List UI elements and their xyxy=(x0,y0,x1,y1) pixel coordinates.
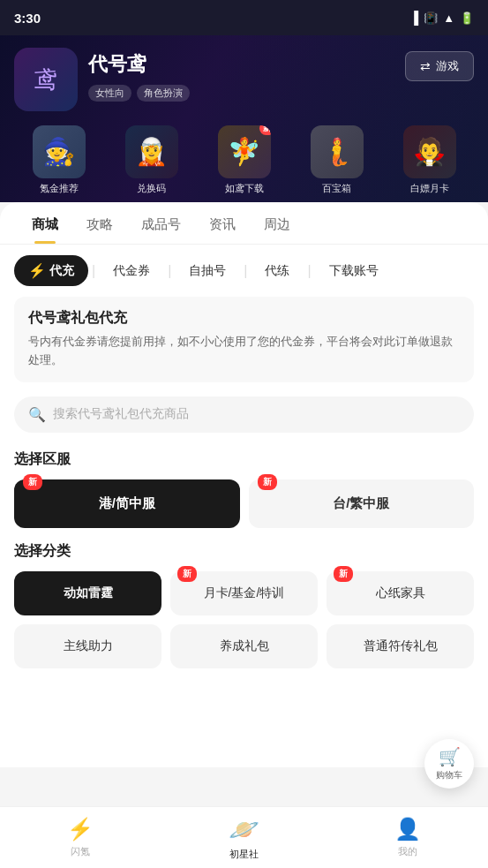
divider-4: | xyxy=(304,263,314,279)
nav-item-planet[interactable]: 🪐 初星社 xyxy=(211,808,277,868)
game-tags: 女性向 角色扮演 xyxy=(88,85,394,102)
nav-label-planet: 初星社 xyxy=(229,848,259,861)
main-content: 商城 攻略 成品号 资讯 周边 ⚡ 代充 | 代金券 | 自抽号 | 代练 | … xyxy=(0,202,488,767)
tag-genre: 女性向 xyxy=(88,85,131,102)
category-btn-mainline[interactable]: 主线助力 xyxy=(14,624,161,668)
cart-icon: 🛒 xyxy=(439,746,461,767)
server-btn-tw[interactable]: 新 台/繁中服 xyxy=(249,479,475,528)
server-grid: 新 港/简中服 新 台/繁中服 xyxy=(14,479,474,528)
char-avatar-0: 🧙 xyxy=(33,125,86,178)
category-btn-grow[interactable]: 养成礼包 xyxy=(170,624,318,668)
tab-merch[interactable]: 周边 xyxy=(250,202,304,244)
profile-icon: 👤 xyxy=(394,817,421,842)
status-icons: ▐ 📳 ▲ 🔋 xyxy=(409,11,474,25)
bottom-nav: ⚡ 闪氪 🪐 初星社 👤 我的 xyxy=(0,806,488,868)
category-section-title: 选择分类 xyxy=(14,542,474,561)
category-btn-thunder[interactable]: 动如雷霆 xyxy=(14,571,161,615)
category-grid: 动如雷霆 新 月卡/基金/特训 新 心纸家具 主线助力 养成礼包 普通符传礼包 xyxy=(14,571,474,668)
planet-icon: 🪐 xyxy=(229,815,259,844)
category-new-badge-monthly: 新 xyxy=(177,566,197,582)
search-placeholder-text: 搜索代号鸢礼包代充商品 xyxy=(53,406,189,422)
char-badge-2: 新 xyxy=(259,125,271,135)
wifi-icon: ▲ xyxy=(443,11,454,25)
category-section: 选择分类 动如雷霆 新 月卡/基金/特训 新 心纸家具 主线助力 养成礼包 普通… xyxy=(0,542,488,683)
hero-characters: 🧙 氪金推荐 🧝 兑换码 🧚 新 如鸢下载 🧜 百宝箱 xyxy=(14,111,474,202)
search-icon: 🔍 xyxy=(28,406,46,423)
category-new-badge-furniture: 新 xyxy=(334,566,353,582)
char-item-3[interactable]: 🧜 百宝箱 xyxy=(311,125,364,195)
char-item-4[interactable]: 🧛 白嫖月卡 xyxy=(403,125,456,195)
lightning-icon: ⚡ xyxy=(28,262,46,279)
server-section: 选择区服 新 港/简中服 新 台/繁中服 xyxy=(0,450,488,542)
char-avatar-3: 🧜 xyxy=(311,125,364,178)
game-title: 代号鸢 xyxy=(88,51,394,78)
search-bar[interactable]: 🔍 搜索代号鸢礼包代充商品 xyxy=(14,396,474,433)
nav-label-profile: 我的 xyxy=(398,845,417,858)
char-label-1: 兑换码 xyxy=(137,182,166,195)
tag-type: 角色扮演 xyxy=(137,85,190,102)
server-new-badge-tw: 新 xyxy=(258,474,277,490)
subtab-lottery[interactable]: 自抽号 xyxy=(175,256,240,286)
nav-label-flash: 闪氪 xyxy=(71,845,90,858)
info-box-title: 代号鸢礼包代充 xyxy=(28,309,460,328)
char-avatar-2: 🧚 新 xyxy=(218,125,271,178)
category-btn-furniture[interactable]: 新 心纸家具 xyxy=(327,571,474,615)
char-label-3: 百宝箱 xyxy=(322,182,351,195)
info-box-text: 号内有代金券请您提前用掉，如不小心使用了您的代金券，平台将会对此订单做退款处理。 xyxy=(28,333,460,370)
divider-3: | xyxy=(240,263,251,279)
subtab-recharge[interactable]: ⚡ 代充 xyxy=(14,255,88,286)
main-tabs: 商城 攻略 成品号 资讯 周边 xyxy=(0,202,488,245)
cart-label: 购物车 xyxy=(436,769,462,781)
vibrate-icon: 📳 xyxy=(424,11,438,25)
time-display: 3:30 xyxy=(14,11,41,26)
category-btn-normal[interactable]: 普通符传礼包 xyxy=(327,624,474,668)
tab-mall[interactable]: 商城 xyxy=(18,202,72,244)
signal-icon: ▐ xyxy=(409,11,418,25)
tab-news[interactable]: 资讯 xyxy=(195,202,250,244)
flash-icon: ⚡ xyxy=(67,817,94,842)
battery-icon: 🔋 xyxy=(460,11,474,25)
subtab-practice[interactable]: 代练 xyxy=(251,256,304,286)
char-item-0[interactable]: 🧙 氪金推荐 xyxy=(33,125,86,195)
divider-2: | xyxy=(164,263,175,279)
char-item-1[interactable]: 🧝 兑换码 xyxy=(125,125,178,195)
tab-account[interactable]: 成品号 xyxy=(127,202,195,244)
subtab-coupon[interactable]: 代金券 xyxy=(99,256,164,286)
subtab-download[interactable]: 下载账号 xyxy=(315,256,393,286)
server-section-title: 选择区服 xyxy=(14,450,474,469)
char-label-4: 白嫖月卡 xyxy=(410,182,449,195)
category-btn-monthly[interactable]: 新 月卡/基金/特训 xyxy=(170,571,318,615)
server-btn-hk[interactable]: 新 港/简中服 xyxy=(14,479,240,528)
switch-icon: ⇄ xyxy=(420,59,431,73)
float-cart[interactable]: 🛒 购物车 xyxy=(424,739,474,789)
char-avatar-1: 🧝 xyxy=(125,125,178,178)
hero-header: 鸢 代号鸢 女性向 角色扮演 ⇄ 游戏 🧙 氪金推荐 🧝 兑 xyxy=(0,35,488,202)
nav-item-flash[interactable]: ⚡ 闪氪 xyxy=(49,810,111,865)
sub-tabs: ⚡ 代充 | 代金券 | 自抽号 | 代练 | 下载账号 xyxy=(0,245,488,297)
game-button[interactable]: ⇄ 游戏 xyxy=(405,51,474,81)
tab-guide[interactable]: 攻略 xyxy=(72,202,127,244)
game-info: 代号鸢 女性向 角色扮演 xyxy=(88,48,394,102)
server-new-badge-hk: 新 xyxy=(23,474,42,490)
status-bar: 3:30 ▐ 📳 ▲ 🔋 xyxy=(0,0,488,35)
char-item-2[interactable]: 🧚 新 如鸢下载 xyxy=(218,125,271,195)
char-label-2: 如鸢下载 xyxy=(225,182,264,195)
divider-1: | xyxy=(88,263,99,279)
nav-item-profile[interactable]: 👤 我的 xyxy=(377,810,439,865)
char-label-0: 氪金推荐 xyxy=(40,182,79,195)
info-box: 代号鸢礼包代充 号内有代金券请您提前用掉，如不小心使用了您的代金券，平台将会对此… xyxy=(14,297,474,382)
game-icon: 鸢 xyxy=(14,48,78,111)
game-button-label: 游戏 xyxy=(436,58,459,74)
char-avatar-4: 🧛 xyxy=(403,125,456,178)
